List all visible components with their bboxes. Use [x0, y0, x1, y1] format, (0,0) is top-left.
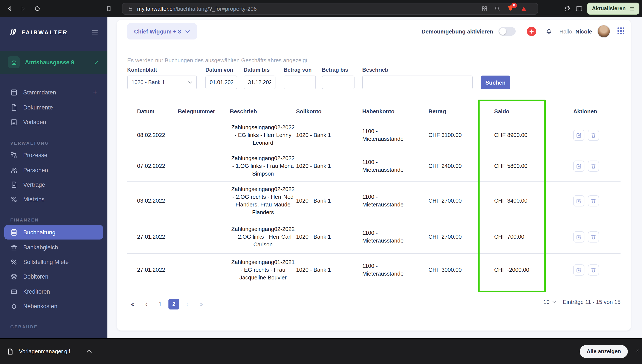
shield-badge: 8	[511, 2, 517, 8]
bookings-table: Datum Belegnummer Beschrieb Sollkonto Ha…	[127, 104, 620, 286]
demo-toggle-label: Demoumgebung aktivieren	[422, 28, 493, 34]
grid-icon	[617, 27, 625, 34]
edit-button[interactable]	[573, 195, 584, 206]
datum-von-input[interactable]	[205, 76, 237, 89]
shield-button[interactable]: 8	[507, 4, 514, 13]
chevron-down-icon	[185, 29, 190, 34]
pagination: « ‹ 1 2 › »	[127, 299, 207, 310]
sidebar-item-stammdaten[interactable]: Stammdaten +	[0, 85, 107, 100]
betrag-von-input[interactable]	[284, 76, 316, 89]
sidebar-item-debitoren[interactable]: Debitoren	[0, 269, 107, 284]
screen: my.fairwalter.ch/buchhaltung/?_for=prope…	[0, 0, 642, 364]
edit-button[interactable]	[573, 160, 584, 172]
cell-datum: 27.01.2022	[137, 266, 178, 274]
beschrieb-input[interactable]	[362, 76, 473, 89]
house-icon	[8, 56, 20, 68]
delete-button[interactable]	[588, 195, 599, 206]
sidebar-item-nebenkosten[interactable]: Nebenkosten	[0, 299, 107, 313]
cell-beschrieb: Zahlungseingang01-2021 - EG rechts - Fra…	[230, 258, 296, 281]
cell-sollkonto: 1020 - Bank 1	[296, 197, 362, 204]
edit-button[interactable]	[573, 231, 584, 242]
search-icon[interactable]	[494, 6, 501, 12]
sidebar-item-vertraege[interactable]: Verträge	[0, 177, 107, 192]
sidebar-item-label: Sollstellung Miete	[23, 258, 69, 265]
address-bar[interactable]: my.fairwalter.ch/buchhaltung/?_for=prope…	[122, 3, 538, 14]
contract-icon	[10, 181, 18, 188]
avatar[interactable]	[597, 25, 610, 38]
close-downloads-icon[interactable]	[635, 348, 640, 354]
edit-icon	[576, 234, 582, 240]
col-header-beschrieb: Beschrieb	[230, 108, 296, 114]
process-icon	[10, 151, 18, 158]
brand-header: FAIRWALTER	[0, 17, 107, 47]
chevron-down-icon	[188, 80, 192, 84]
col-header-sollkonto: Sollkonto	[296, 108, 362, 114]
side-panel-icon[interactable]	[576, 5, 583, 12]
edit-button[interactable]	[573, 264, 584, 275]
last-page-button[interactable]: »	[196, 299, 207, 310]
cell-sollkonto: 1020 - Bank 1	[296, 266, 362, 274]
forward-button[interactable]	[16, 2, 29, 15]
delete-button[interactable]	[588, 264, 599, 275]
cell-betrag: CHF 2400.00	[428, 162, 494, 170]
next-page-button[interactable]: ›	[182, 299, 193, 310]
close-property-icon[interactable]	[94, 59, 100, 65]
sidebar-item-dokumente[interactable]: Dokumente	[0, 100, 107, 114]
property-selector[interactable]: Amtshausgasse 9	[0, 51, 107, 74]
url-host: my.fairwalter.ch	[137, 6, 176, 12]
cell-datum: 27.01.2022	[137, 233, 178, 240]
table-row: 07.02.2022 Zahlungseingang02-2022 - 1.OG…	[127, 151, 620, 182]
app-grid-button[interactable]	[617, 27, 625, 36]
delete-button[interactable]	[588, 160, 599, 172]
sidebar-item-personen[interactable]: Personen	[0, 163, 107, 177]
chevron-up-icon[interactable]	[87, 348, 92, 354]
show-all-downloads-button[interactable]: Alle anzeigen	[580, 345, 628, 358]
pagination-right: 10 Einträge 11 - 15 von 15	[543, 299, 620, 305]
datum-bis-input[interactable]	[244, 76, 275, 89]
warning-triangle-icon[interactable]	[520, 5, 527, 12]
update-button[interactable]: Aktualisieren	[587, 2, 639, 14]
trash-icon	[590, 132, 596, 138]
edit-button[interactable]	[573, 130, 584, 140]
sidebar-collapse-button[interactable]	[91, 28, 99, 36]
tenant-switcher-button[interactable]: Chief Wiggum + 3	[127, 23, 197, 40]
reader-grid-icon[interactable]	[481, 6, 488, 12]
cell-habenkonto: 1100 - Mieterausstände	[362, 127, 409, 143]
bookmark-button[interactable]	[102, 2, 115, 15]
betrag-bis-input[interactable]	[322, 76, 355, 89]
add-property-icon[interactable]: +	[93, 88, 97, 96]
sidebar-item-label: Vorlagen	[23, 119, 46, 125]
page-1-button[interactable]: 1	[155, 299, 165, 310]
betrag-bis-label: Betrag bis	[322, 67, 348, 73]
sidebar-item-bankabgleich[interactable]: Bankabgleich	[0, 240, 107, 254]
property-name: Amtshausgasse 9	[25, 59, 74, 66]
sidebar-item-sollstellung-miete[interactable]: Sollstellung Miete	[0, 254, 107, 269]
support-plus-button[interactable]	[527, 26, 536, 36]
sidebar-item-mietzins[interactable]: Mietzins	[0, 192, 107, 206]
accounting-icon	[10, 228, 18, 236]
table-icon	[10, 89, 18, 96]
download-item[interactable]: Vorlagenmanager.gif	[7, 348, 92, 355]
delete-button[interactable]	[588, 231, 599, 242]
kontenblatt-select[interactable]: 1020 - Bank 1	[127, 76, 197, 89]
delete-button[interactable]	[588, 130, 599, 140]
search-button[interactable]: Suchen	[481, 76, 510, 89]
prev-page-button[interactable]: ‹	[141, 299, 152, 310]
sidebar-item-prozesse[interactable]: Prozesse	[0, 148, 107, 162]
page-size-select[interactable]: 10	[543, 299, 556, 305]
demo-toggle[interactable]	[498, 27, 515, 36]
sidebar-item-buchhaltung[interactable]: Buchhaltung	[4, 225, 103, 240]
first-page-button[interactable]: «	[127, 299, 138, 310]
back-button[interactable]	[4, 2, 16, 15]
beschrieb-label: Beschrieb	[362, 67, 388, 73]
sidebar-item-kreditoren[interactable]: Kreditoren	[0, 284, 107, 299]
sidebar-item-label: Nebenkosten	[23, 303, 57, 309]
notifications-button[interactable]	[545, 28, 552, 35]
sidebar-item-vorlagen[interactable]: Vorlagen	[0, 114, 107, 129]
extensions-icon[interactable]	[564, 5, 571, 12]
page-2-button[interactable]: 2	[168, 299, 179, 310]
col-header-habenkonto: Habenkonto	[362, 108, 428, 114]
reload-button[interactable]	[31, 2, 44, 15]
trash-icon	[590, 234, 596, 240]
cell-saldo: CHF 3400.00	[494, 197, 573, 204]
